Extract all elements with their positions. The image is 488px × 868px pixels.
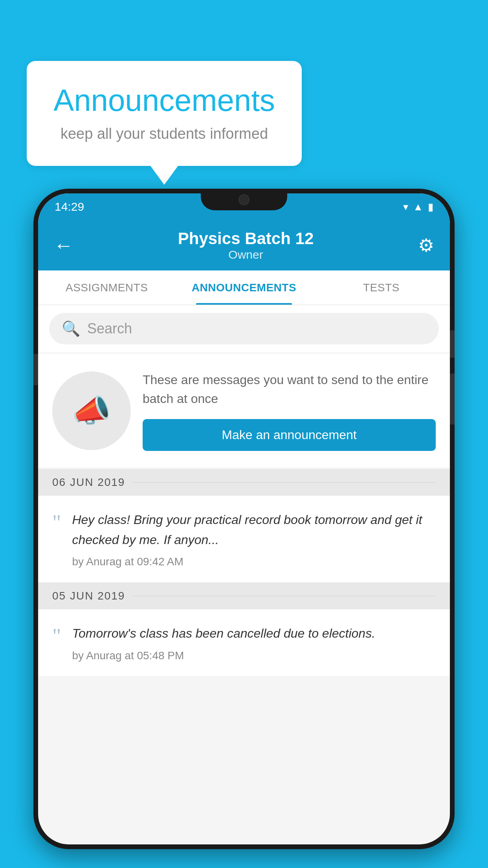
quote-icon-1: " [52,510,61,533]
phone-screen: 14:29 ▾ ▲ ▮ ← Physics Batch 12 Owner ⚙ A… [38,193,450,844]
date-line-1 [133,482,436,483]
signal-icon: ▲ [413,201,423,213]
speech-bubble-title: Announcements [50,83,278,118]
app-bar: ← Physics Batch 12 Owner ⚙ [38,220,450,270]
date-separator-1: 06 JUN 2019 [38,469,450,496]
wifi-icon: ▾ [403,201,408,213]
search-icon: 🔍 [62,320,80,337]
announcement-promo: 📣 These are messages you want to send to… [38,354,450,467]
announcement-content-2: Tomorrow's class has been cancelled due … [72,623,436,662]
back-button[interactable]: ← [54,234,73,257]
phone-camera [238,194,250,205]
date-line-2 [133,596,436,596]
search-placeholder: Search [87,320,132,337]
content-area: 🔍 Search 📣 These are messages you want t… [38,305,450,677]
announcement-text-1: Hey class! Bring your practical record b… [72,510,436,550]
megaphone-icon: 📣 [72,392,111,429]
announcement-text-2: Tomorrow's class has been cancelled due … [72,623,436,644]
promo-content: These are messages you want to send to t… [143,370,436,451]
promo-description: These are messages you want to send to t… [143,370,436,408]
app-bar-title: Physics Batch 12 [73,229,418,248]
speech-bubble: Announcements keep all your students inf… [27,61,302,166]
status-time: 14:29 [55,200,84,213]
announcement-content-1: Hey class! Bring your practical record b… [72,510,436,568]
phone-notch [201,189,287,210]
speech-bubble-container: Announcements keep all your students inf… [27,61,302,166]
speech-bubble-subtitle: keep all your students informed [50,125,278,142]
tab-tests[interactable]: TESTS [313,270,450,305]
announcement-meta-1: by Anurag at 09:42 AM [72,555,436,568]
make-announcement-button[interactable]: Make an announcement [143,419,436,451]
status-icons: ▾ ▲ ▮ [403,201,433,213]
volume-button [33,354,38,385]
date-label-1: 06 JUN 2019 [52,476,125,489]
app-bar-subtitle: Owner [73,248,418,261]
date-separator-2: 05 JUN 2019 [38,583,450,609]
announcement-meta-2: by Anurag at 05:48 PM [72,649,436,662]
settings-button[interactable]: ⚙ [418,235,434,256]
power-button-top [450,330,455,358]
date-label-2: 05 JUN 2019 [52,590,125,602]
app-bar-title-block: Physics Batch 12 Owner [73,229,418,261]
tab-bar: ASSIGNMENTS ANNOUNCEMENTS TESTS [38,270,450,305]
power-button-bottom [450,373,455,425]
search-bar[interactable]: 🔍 Search [49,313,439,344]
promo-icon-circle: 📣 [52,371,131,450]
phone-mockup: 14:29 ▾ ▲ ▮ ← Physics Batch 12 Owner ⚙ A… [33,189,455,849]
quote-icon-2: " [52,623,61,647]
search-container: 🔍 Search [38,305,450,352]
tab-assignments[interactable]: ASSIGNMENTS [38,270,175,305]
tab-announcements[interactable]: ANNOUNCEMENTS [175,270,312,305]
battery-icon: ▮ [428,201,433,213]
announcement-item-1[interactable]: " Hey class! Bring your practical record… [38,496,450,583]
announcement-item-2[interactable]: " Tomorrow's class has been cancelled du… [38,609,450,676]
